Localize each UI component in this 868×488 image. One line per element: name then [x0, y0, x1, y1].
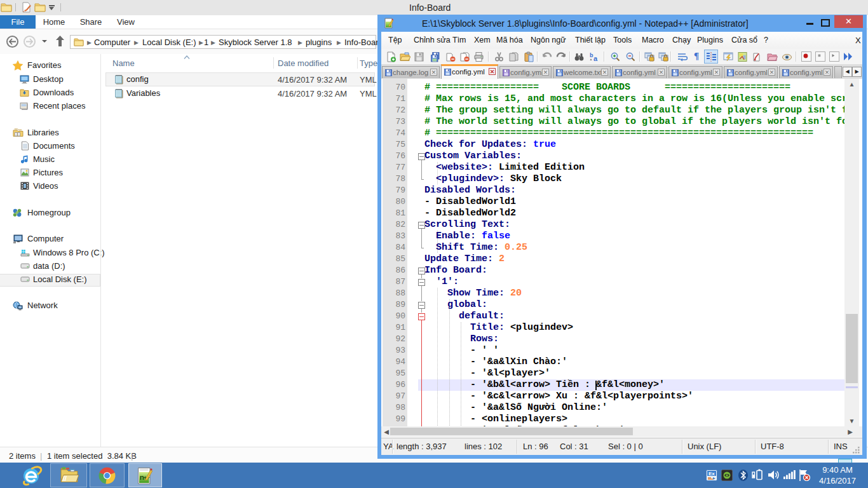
svg-text:a: a	[593, 55, 598, 62]
svg-text:Ex: Ex	[709, 471, 715, 477]
